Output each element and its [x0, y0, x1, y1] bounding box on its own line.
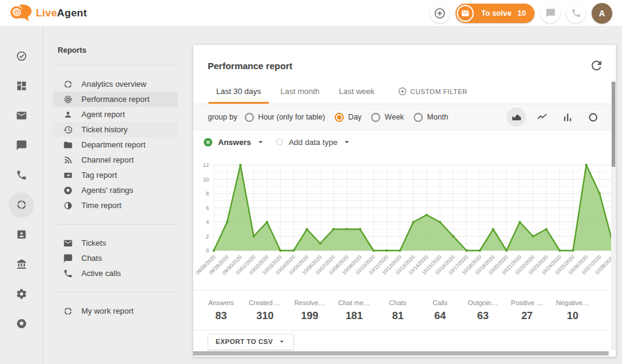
chevron-down-icon — [256, 137, 265, 147]
liveagent-logo-icon: @ — [10, 4, 32, 22]
chats-button[interactable] — [541, 4, 560, 23]
radio-option-month[interactable]: Month — [414, 113, 448, 122]
sidebar-item-active-calls[interactable]: Active calls — [53, 266, 178, 281]
add-data-type-button[interactable]: Add data type — [275, 137, 352, 147]
add-data-type-label: Add data type — [289, 138, 337, 147]
tab-custom-filter[interactable]: CUSTOM FILTER — [388, 79, 477, 104]
sidebar-item-agents-ratings[interactable]: Agents' ratings — [53, 183, 178, 198]
brand-logo[interactable]: @ LiveAgent — [10, 4, 87, 22]
chevron-down-icon — [278, 337, 286, 346]
sidebar-item-time-report[interactable]: Time report — [53, 198, 178, 213]
rail-item-mail[interactable] — [7, 101, 36, 130]
remove-series-icon[interactable] — [203, 137, 213, 147]
radio-icon[interactable] — [335, 113, 344, 122]
refresh-icon — [589, 58, 604, 73]
to-solve-button[interactable]: To solve 10 — [456, 4, 535, 23]
rail-item-dashboard[interactable] — [7, 71, 36, 101]
sidebar-section: Analytics overviewPerformance reportAgen… — [43, 66, 193, 224]
answers-area-chart[interactable]: 02468101209/28/202009/29/202009/30/20201… — [193, 153, 616, 290]
group-by-bar: group by Hour (only for table)DayWeekMon… — [193, 104, 611, 130]
stat-value: 199 — [294, 310, 325, 322]
line-chart-icon — [536, 112, 548, 123]
svg-text:0: 0 — [206, 248, 209, 254]
sidebar-item-ticket-history[interactable]: Ticket history — [53, 122, 178, 137]
rail-item-contact-card[interactable] — [7, 220, 36, 249]
page-title: Performance report — [208, 61, 292, 71]
date-range-tabs: Last 30 daysLast monthLast weekCUSTOM FI… — [193, 79, 611, 104]
sidebar-item-label: Ticket history — [81, 125, 128, 134]
rail-item-phone[interactable] — [7, 160, 36, 190]
tab-last-30-days[interactable]: Last 30 days — [207, 79, 271, 104]
radio-icon[interactable] — [371, 113, 380, 122]
phone-icon — [16, 169, 27, 181]
radio-option-week[interactable]: Week — [371, 113, 404, 122]
chart-type-donut[interactable] — [583, 107, 603, 127]
horizontal-scrollbar[interactable] — [193, 351, 609, 356]
radio-option-hour-only-for-table[interactable]: Hour (only for table) — [245, 113, 325, 122]
tab-last-month[interactable]: Last month — [271, 79, 329, 104]
tab-label: CUSTOM FILTER — [411, 88, 468, 95]
chevron-down-icon — [342, 137, 352, 147]
stat-label: Calls — [426, 299, 455, 306]
mail-icon — [461, 9, 470, 18]
rss-icon — [63, 155, 73, 165]
stat-label: Chat me… — [338, 299, 371, 306]
radio-icon[interactable] — [245, 113, 254, 122]
vertical-scrollbar[interactable] — [611, 80, 616, 350]
sidebar-item-label: Time report — [81, 201, 121, 210]
add-new-button[interactable] — [430, 4, 449, 23]
tab-label: Last 30 days — [216, 87, 261, 96]
sidebar-item-label: Agent report — [81, 110, 125, 119]
sidebar-item-chats[interactable]: Chats — [53, 251, 178, 266]
sidebar-item-my-work-report[interactable]: My work report — [53, 303, 178, 318]
rail-item-chat[interactable] — [7, 130, 36, 160]
dashboard-icon — [16, 80, 27, 92]
stat-calls: Calls64 — [426, 299, 455, 322]
export-csv-button[interactable]: EXPORT TO CSV — [208, 334, 294, 350]
stat-created: Created …310 — [249, 299, 281, 322]
mail-icon — [63, 238, 73, 248]
radio-label: Day — [348, 113, 361, 121]
rail-item-bank[interactable] — [7, 249, 36, 279]
sidebar-item-label: Active calls — [81, 269, 121, 278]
sidebar-item-analytics-overview[interactable]: Analytics overview — [53, 76, 178, 92]
sidebar-item-label: Performance report — [81, 95, 149, 104]
sidebar-item-agent-report[interactable]: Agent report — [53, 107, 178, 122]
rail-item-check-circle[interactable] — [7, 41, 36, 71]
to-solve-label: To solve — [481, 9, 511, 18]
chart-type-area-chart[interactable] — [507, 107, 526, 127]
stat-value: 10 — [556, 310, 589, 322]
icon-rail — [0, 27, 43, 364]
rail-item-star-circle[interactable] — [7, 309, 36, 339]
radio-option-day[interactable]: Day — [335, 113, 361, 122]
rail-item-ring[interactable] — [7, 190, 36, 220]
tab-last-week[interactable]: Last week — [329, 79, 384, 104]
sidebar-item-label: Chats — [81, 254, 102, 263]
area-chart-icon — [511, 112, 522, 123]
rail-item-gear[interactable] — [7, 279, 36, 309]
chart-type-switcher — [507, 107, 603, 127]
chart-type-bar-chart[interactable] — [558, 107, 577, 127]
bar-chart-icon — [562, 112, 573, 123]
sidebar-item-tickets[interactable]: Tickets — [53, 235, 178, 251]
stat-label: Answers — [207, 299, 236, 306]
scrollbar-thumb[interactable] — [612, 82, 615, 167]
circle-icon — [275, 138, 284, 146]
stat-label: Created … — [249, 299, 281, 306]
stat-label: Negative… — [556, 299, 589, 306]
to-solve-count: 10 — [518, 9, 526, 18]
chart-type-line-chart[interactable] — [532, 107, 552, 127]
stat-label: Resolve… — [294, 299, 325, 306]
sidebar-item-tag-report[interactable]: Tag report — [53, 167, 178, 183]
sidebar-item-performance-report[interactable]: Performance report — [53, 92, 178, 107]
brand-name: LiveAgent — [36, 7, 87, 19]
refresh-button[interactable] — [589, 58, 604, 73]
sidebar-item-channel-report[interactable]: Channel report — [53, 152, 178, 167]
avatar[interactable]: A — [592, 3, 612, 24]
data-series-row: Answers Add data type — [193, 130, 611, 153]
radio-icon[interactable] — [414, 113, 423, 122]
answers-series-chip[interactable]: Answers — [203, 137, 265, 147]
sidebar-item-department-report[interactable]: Department report — [53, 137, 178, 152]
sidebar-section: TicketsChatsActive calls — [43, 224, 193, 292]
calls-button[interactable] — [566, 4, 586, 23]
